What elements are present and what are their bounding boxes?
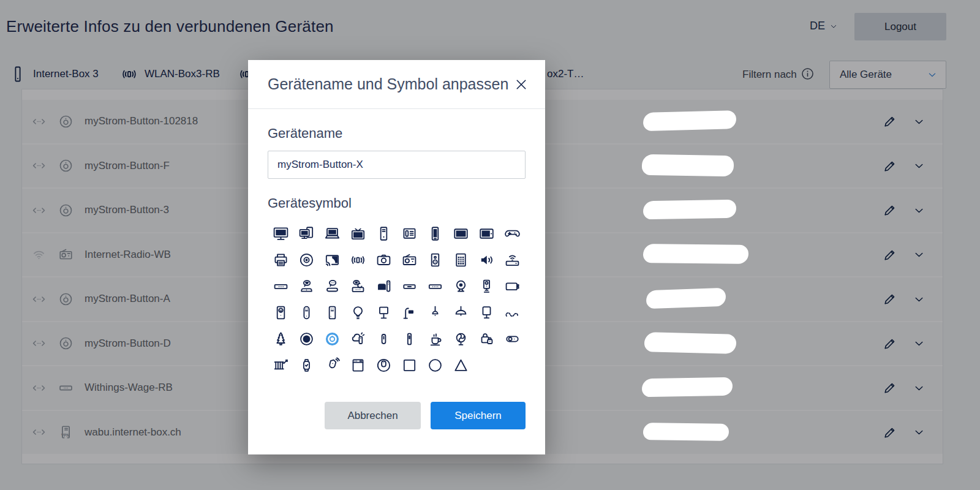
device-symbol-laptop[interactable]	[319, 221, 345, 247]
device-symbol-fan[interactable]	[448, 326, 474, 352]
device-symbol-router-wifi[interactable]	[500, 247, 526, 273]
device-symbol-webcam[interactable]	[448, 273, 474, 300]
device-symbol-printer[interactable]	[268, 247, 293, 273]
device-symbol-desktop-pc[interactable]	[293, 221, 319, 247]
close-icon[interactable]	[513, 77, 529, 92]
device-symbol-coffee-machine[interactable]	[423, 326, 448, 352]
cancel-button[interactable]: Abbrechen	[325, 402, 421, 429]
device-symbol-settop-box-dots[interactable]	[423, 273, 448, 300]
device-symbol-weather-station[interactable]	[345, 326, 371, 352]
device-symbol-speaker-box[interactable]	[423, 247, 448, 273]
device-symbol-settop-box[interactable]	[396, 273, 422, 300]
device-symbol-ceiling-lamp[interactable]	[448, 300, 474, 326]
device-symbol-pendant-lamp[interactable]	[423, 300, 448, 326]
device-symbol-floor-lamp[interactable]	[396, 300, 422, 326]
device-symbol-dimmer-stick[interactable]	[371, 326, 396, 352]
device-symbol-screen-cast[interactable]	[319, 247, 345, 273]
device-symbol-photo-camera[interactable]	[371, 247, 396, 273]
device-symbol-desktop-monitor[interactable]	[268, 221, 293, 247]
device-symbol-power-adapter[interactable]	[268, 300, 293, 326]
device-symbol-projector[interactable]	[500, 273, 526, 300]
device-symbol-pc-tower[interactable]	[371, 221, 396, 247]
device-symbol-radiator[interactable]	[268, 352, 293, 379]
device-symbol-shape-circle[interactable]	[423, 352, 448, 379]
device-symbol-tablet[interactable]	[448, 221, 474, 247]
device-symbol-smart-watch[interactable]	[293, 352, 319, 379]
device-symbol-dishwasher[interactable]	[345, 352, 371, 379]
device-symbol-smart-speaker-round[interactable]	[319, 273, 345, 300]
device-symbol-door-sensor[interactable]	[319, 300, 345, 326]
device-symbol-cable[interactable]	[500, 300, 526, 326]
device-symbol-voice-assistant[interactable]	[345, 273, 371, 300]
device-symbol-button-dark[interactable]	[293, 326, 319, 352]
device-symbol-christmas-tree[interactable]	[268, 326, 293, 352]
device-symbol-label: Gerätesymbol	[268, 195, 526, 211]
device-symbol-loudspeaker[interactable]	[474, 247, 500, 273]
device-name-label: Gerätename	[268, 126, 526, 141]
device-symbol-modem[interactable]	[268, 273, 293, 300]
device-symbol-shape-triangle[interactable]	[448, 352, 474, 379]
device-symbol-monitor-stand[interactable]	[371, 300, 396, 326]
device-symbol-fax-phone[interactable]	[396, 221, 422, 247]
device-symbol-toggle-switch[interactable]	[500, 326, 526, 352]
device-name-input[interactable]	[268, 151, 526, 179]
edit-device-modal: Gerätename und Symbol anpassen Gerätenam…	[248, 60, 545, 454]
device-symbol-wifi-repeater[interactable]	[345, 247, 371, 273]
device-symbol-tablet-camera[interactable]	[474, 221, 500, 247]
device-symbol-keypad[interactable]	[448, 247, 474, 273]
device-symbol-ip-camera[interactable]	[474, 273, 500, 300]
device-symbol-wall-switch[interactable]	[396, 326, 422, 352]
device-icon-grid	[268, 221, 526, 379]
device-symbol-game-controller[interactable]	[500, 221, 526, 247]
device-symbol-robot-vacuum[interactable]	[371, 352, 396, 379]
save-button[interactable]: Speichern	[431, 402, 526, 429]
device-symbol-smoke-detector[interactable]	[319, 352, 345, 379]
device-symbol-button-ring-selected[interactable]	[319, 326, 345, 352]
device-symbol-shape-square[interactable]	[396, 352, 422, 379]
device-symbol-radio[interactable]	[396, 247, 422, 273]
device-symbol-display-panel[interactable]	[474, 300, 500, 326]
device-symbol-remote-control[interactable]	[293, 300, 319, 326]
device-symbol-smart-lock[interactable]	[474, 326, 500, 352]
device-symbol-smart-speaker-chat[interactable]	[293, 273, 319, 300]
device-symbol-disc-player[interactable]	[293, 247, 319, 273]
modal-title: Gerätename und Symbol anpassen	[268, 75, 508, 93]
device-symbol-tv-box-remote[interactable]	[371, 273, 396, 300]
device-symbol-tv[interactable]	[345, 221, 371, 247]
device-symbol-smartphone[interactable]	[423, 221, 448, 247]
device-symbol-light-bulb[interactable]	[345, 300, 371, 326]
